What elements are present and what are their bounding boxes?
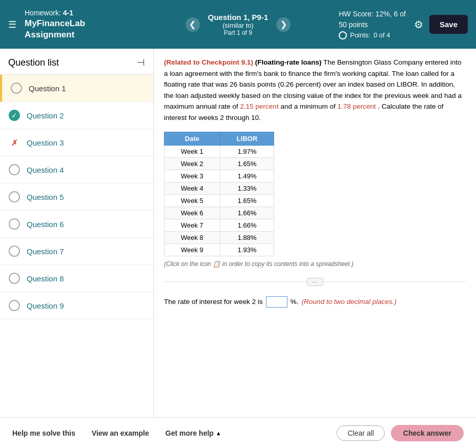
header: ☰ Homework: 4-1 MyFinanceLab Assignment … xyxy=(0,0,476,49)
dropdown-arrow-icon: ▲ xyxy=(216,430,221,436)
check-answer-button[interactable]: Check answer xyxy=(391,425,464,441)
table-header-date: Date xyxy=(164,132,220,145)
content-area: (Related to Checkpoint 9.1) (Floating-ra… xyxy=(154,49,476,417)
points-label: Points: xyxy=(350,30,370,40)
help-me-solve-button[interactable]: Help me solve this xyxy=(12,429,75,437)
table-row: Week 21.65% xyxy=(164,157,274,170)
question-item-6[interactable]: Question 6 xyxy=(0,211,153,238)
table-row: Week 11.97% xyxy=(164,145,274,157)
table-row: Week 51.65% xyxy=(164,194,274,207)
save-button[interactable]: Save xyxy=(429,15,468,34)
table-cell-date: Week 4 xyxy=(164,182,220,194)
answer-row: The rate of interest for week 2 is %. (R… xyxy=(164,296,466,308)
score-label: HW Score: 12%, 6 of xyxy=(339,9,406,19)
q9-circle xyxy=(9,300,20,311)
table-cell-libor: 1.88% xyxy=(220,231,274,243)
q3-status: ✗ xyxy=(8,136,20,149)
q6-label: Question 6 xyxy=(27,220,64,229)
score-section: HW Score: 12%, 6 of 50 points Points: 0 … xyxy=(339,9,406,40)
get-more-help-button[interactable]: Get more help xyxy=(165,429,214,437)
q1-label: Question 1 xyxy=(29,84,66,93)
table-cell-date: Week 8 xyxy=(164,231,220,243)
max-rate: 2.15 percent xyxy=(240,103,279,110)
table-cell-libor: 1.33% xyxy=(220,182,274,194)
question-title: Question 1, P9-1 xyxy=(208,13,268,22)
part-label: Part 1 of 9 xyxy=(208,29,268,36)
footer-left: Help me solve this View an example Get m… xyxy=(12,429,221,437)
table-row: Week 71.66% xyxy=(164,219,274,231)
table-cell-libor: 1.65% xyxy=(220,157,274,170)
divider-dots: ··· xyxy=(307,278,323,286)
table-cell-date: Week 2 xyxy=(164,157,220,170)
gear-button[interactable]: ⚙ xyxy=(414,18,423,31)
table-row: Week 91.93% xyxy=(164,243,274,256)
clear-all-button[interactable]: Clear all xyxy=(337,425,384,441)
copy-note-italic: Click on the icon xyxy=(166,260,211,268)
table-row: Week 31.49% xyxy=(164,170,274,182)
sidebar: Question list ⊣ Question 1 ✓ Question 2 … xyxy=(0,49,154,417)
q6-status xyxy=(8,218,20,230)
table-cell-date: Week 7 xyxy=(164,219,220,231)
question-item-8[interactable]: Question 8 xyxy=(0,265,153,292)
question-item-1[interactable]: Question 1 xyxy=(0,75,153,102)
hw-title: MyFinanceLab xyxy=(25,18,85,29)
main-layout: Question list ⊣ Question 1 ✓ Question 2 … xyxy=(0,49,476,417)
hw-subtitle: Assignment xyxy=(25,29,85,40)
libor-table: Date LIBOR Week 11.97%Week 21.65%Week 31… xyxy=(164,132,274,256)
question-text: (Related to Checkpoint 9.1) (Floating-ra… xyxy=(164,57,466,124)
q6-circle xyxy=(9,218,20,230)
and-text: and a minimum of xyxy=(280,103,337,110)
q5-label: Question 5 xyxy=(27,193,64,201)
copy-icon[interactable]: 📋 xyxy=(213,260,220,268)
q7-circle xyxy=(9,246,20,257)
table-cell-libor: 1.93% xyxy=(220,243,274,256)
q2-status: ✓ xyxy=(8,109,20,121)
answer-input[interactable] xyxy=(266,296,287,308)
get-more-help-container: Get more help ▲ xyxy=(165,429,221,437)
q1-status xyxy=(10,82,23,94)
table-cell-date: Week 5 xyxy=(164,194,220,207)
q1-circle xyxy=(11,83,22,94)
next-arrow-button[interactable]: ❯ xyxy=(276,17,291,32)
q5-status xyxy=(8,191,20,203)
question-item-5[interactable]: Question 5 xyxy=(0,184,153,211)
copy-note: (Click on the icon 📋 in order to copy it… xyxy=(164,260,466,268)
divider-line-right xyxy=(323,281,466,282)
sidebar-header: Question list ⊣ xyxy=(0,49,153,75)
table-cell-date: Week 1 xyxy=(164,145,220,157)
menu-icon[interactable]: ☰ xyxy=(8,19,16,30)
footer: Help me solve this View an example Get m… xyxy=(0,417,476,448)
answer-suffix: %. xyxy=(291,298,299,306)
table-row: Week 61.66% xyxy=(164,207,274,219)
q3-partial-icon: ✗ xyxy=(9,137,20,148)
divider: ··· xyxy=(164,278,466,286)
table-cell-libor: 1.97% xyxy=(220,145,274,157)
view-example-button[interactable]: View an example xyxy=(92,429,149,437)
hw-info: Homework: 4-1 MyFinanceLab Assignment xyxy=(25,8,85,40)
q4-status xyxy=(8,164,20,176)
divider-line-left xyxy=(164,281,307,282)
q4-circle xyxy=(9,164,20,175)
table-row: Week 41.33% xyxy=(164,182,274,194)
min-rate: 1.78 percent xyxy=(337,103,376,110)
q8-label: Question 8 xyxy=(27,274,64,283)
table-cell-libor: 1.49% xyxy=(220,170,274,182)
q4-label: Question 4 xyxy=(27,166,64,174)
q7-status xyxy=(8,245,20,257)
hw-label-text: Homework: xyxy=(25,9,61,17)
q7-label: Question 7 xyxy=(27,247,64,256)
q2-label: Question 2 xyxy=(27,111,64,120)
question-item-4[interactable]: Question 4 xyxy=(0,156,153,184)
round-note: (Round to two decimal places.) xyxy=(302,298,397,306)
table-header-libor: LIBOR xyxy=(220,132,274,145)
prev-arrow-button[interactable]: ❮ xyxy=(185,17,200,32)
checkpoint-label: (Related to Checkpoint 9.1) xyxy=(164,58,253,66)
question-item-9[interactable]: Question 9 xyxy=(0,292,153,319)
points-circle-icon xyxy=(339,31,347,39)
question-item-3[interactable]: ✗ Question 3 xyxy=(0,129,153,156)
question-item-2[interactable]: ✓ Question 2 xyxy=(0,102,153,129)
q9-status xyxy=(8,299,20,312)
question-item-7[interactable]: Question 7 xyxy=(0,238,153,265)
sidebar-collapse-button[interactable]: ⊣ xyxy=(137,57,145,68)
floating-rate-label: (Floating-rate loans) xyxy=(255,58,322,66)
